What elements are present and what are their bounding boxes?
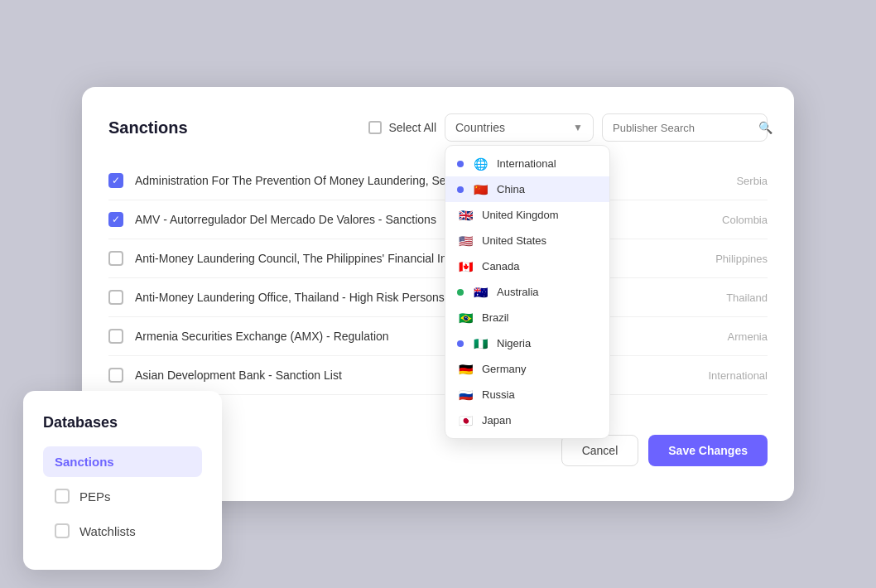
row-checkbox-5[interactable] [108, 329, 123, 344]
row-text-6: Asian Development Bank - Sanction List [135, 369, 696, 382]
row-country-5: Armenia [728, 330, 768, 343]
country-label-china: China [497, 183, 525, 195]
dropdown-item-us[interactable]: 🇺🇸 United States [445, 228, 609, 253]
country-label-brazil: Brazil [482, 311, 509, 324]
row-country-3: Philippines [715, 253, 768, 265]
row-checkbox-2[interactable] [108, 212, 123, 227]
row-checkbox-3[interactable] [108, 251, 123, 266]
row-checkbox-4[interactable] [108, 290, 123, 305]
country-label-russia: Russia [482, 388, 515, 401]
country-label-canada: Canada [482, 260, 520, 272]
row-checkbox-6[interactable] [108, 368, 123, 383]
select-all-label[interactable]: Select All [388, 121, 436, 134]
flag-russia: 🇷🇺 [457, 389, 474, 401]
dropdown-item-germany[interactable]: 🇩🇪 Germany [445, 356, 609, 382]
table-row: Administration For The Prevention Of Mon… [108, 161, 768, 200]
flag-australia: 🇦🇺 [472, 287, 489, 298]
row-text-2: AMV - Autorregulador Del Mercado De Valo… [135, 213, 710, 226]
flag-uk: 🇬🇧 [457, 210, 474, 221]
flag-japan: 🇯🇵 [457, 415, 474, 427]
table-row: Armenia Securities Exchange (AMX) - Regu… [108, 317, 768, 356]
flag-canada: 🇨🇦 [457, 261, 474, 272]
flag-international: 🌐 [472, 158, 489, 170]
dot-indicator [457, 186, 464, 193]
search-icon[interactable]: 🔍 [758, 121, 773, 134]
dot-indicator [457, 289, 464, 296]
sidebar-item-watchlists[interactable]: Watchlists [43, 515, 202, 547]
flag-china: 🇨🇳 [472, 184, 489, 195]
flag-brazil: 🇧🇷 [457, 312, 474, 324]
screen-background: Sanctions Select All Countries ▼ [0, 0, 876, 588]
databases-panel: Databases Sanctions PEPs Watchlists [23, 391, 222, 570]
countries-dropdown-wrapper: Countries ▼ 🌐 International 🇨🇳 [445, 113, 594, 142]
table-row: AMV - Autorregulador Del Mercado De Valo… [108, 200, 768, 239]
chevron-down-icon: ▼ [573, 122, 583, 133]
table-row: Anti-Money Laundering Council, The Phili… [108, 239, 768, 278]
table-row: Asian Development Bank - Sanction List I… [108, 356, 768, 395]
db-item-label-sanctions: Sanctions [55, 455, 114, 469]
cancel-button[interactable]: Cancel [561, 435, 639, 466]
dropdown-item-china[interactable]: 🇨🇳 China [445, 176, 609, 202]
row-country-4: Thailand [726, 292, 768, 304]
row-checkbox-1[interactable] [108, 173, 123, 188]
select-all-wrapper: Select All [368, 121, 436, 134]
dropdown-item-japan[interactable]: 🇯🇵 Japan [445, 407, 609, 433]
dropdown-item-uk[interactable]: 🇬🇧 United Kingdom [445, 202, 609, 228]
country-label-us: United States [482, 234, 546, 247]
country-label-australia: Australia [497, 286, 539, 298]
flag-germany: 🇩🇪 [457, 364, 474, 375]
countries-dropdown-button[interactable]: Countries ▼ [445, 113, 594, 142]
header-controls: Select All Countries ▼ 🌐 International [368, 113, 768, 142]
row-country-6: International [708, 369, 768, 382]
row-text-1: Administration For The Prevention Of Mon… [135, 174, 724, 187]
dropdown-item-brazil[interactable]: 🇧🇷 Brazil [445, 305, 609, 330]
sidebar-item-peps[interactable]: PEPs [43, 480, 202, 512]
sidebar-item-sanctions[interactable]: Sanctions [43, 446, 202, 477]
flag-nigeria: 🇳🇬 [472, 338, 489, 349]
sanctions-list: Administration For The Prevention Of Mon… [108, 161, 768, 395]
row-text-5: Armenia Securities Exchange (AMX) - Regu… [135, 330, 716, 343]
modal-title: Sanctions [108, 118, 188, 137]
country-label-japan: Japan [482, 414, 511, 427]
dot-indicator [457, 161, 464, 167]
db-item-label-peps: PEPs [79, 489, 111, 504]
publisher-search-input[interactable] [613, 122, 752, 134]
country-label-international: International [497, 157, 556, 170]
row-text-4: Anti-Money Laundering Office, Thailand -… [135, 291, 715, 304]
country-label-germany: Germany [482, 363, 526, 375]
db-checkbox-peps[interactable] [55, 489, 70, 504]
countries-dropdown-label: Countries [455, 121, 505, 134]
row-text-3: Anti-Money Laundering Council, The Phili… [135, 252, 704, 265]
dropdown-item-canada[interactable]: 🇨🇦 Canada [445, 253, 609, 279]
country-label-uk: United Kingdom [482, 209, 559, 221]
table-row: Anti-Money Laundering Office, Thailand -… [108, 278, 768, 317]
row-country-2: Colombia [722, 214, 768, 226]
save-changes-button[interactable]: Save Changes [648, 435, 768, 466]
db-item-label-watchlists: Watchlists [79, 524, 136, 538]
row-country-1: Serbia [736, 175, 768, 187]
countries-dropdown-menu: 🌐 International 🇨🇳 China 🇬🇧 United Kingd… [445, 145, 610, 439]
dot-indicator [457, 340, 464, 347]
dropdown-item-international[interactable]: 🌐 International [445, 151, 609, 176]
modal-header: Sanctions Select All Countries ▼ [108, 113, 768, 142]
flag-us: 🇺🇸 [457, 235, 474, 247]
select-all-checkbox[interactable] [368, 121, 382, 134]
databases-title: Databases [43, 414, 202, 431]
dropdown-item-russia[interactable]: 🇷🇺 Russia [445, 382, 609, 407]
dropdown-item-nigeria[interactable]: 🇳🇬 Nigeria [445, 330, 609, 356]
country-label-nigeria: Nigeria [497, 337, 531, 349]
db-checkbox-watchlists[interactable] [55, 523, 70, 538]
publisher-search-container: 🔍 [602, 113, 768, 142]
dropdown-item-australia[interactable]: 🇦🇺 Australia [445, 279, 609, 305]
